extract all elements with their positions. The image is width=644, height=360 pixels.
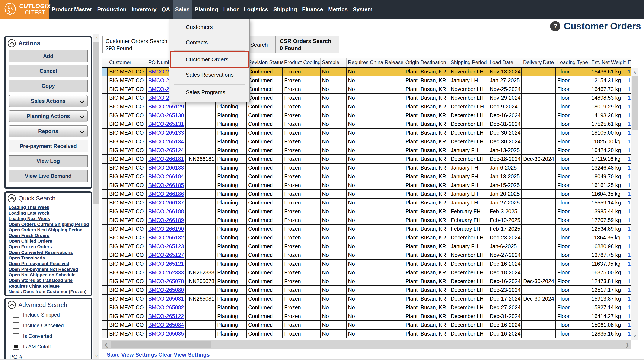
table-row[interactable]: BIG MEAT COBMCO-265081INN265081PlanningC… bbox=[102, 294, 631, 303]
view-log-button[interactable]: View Log bbox=[8, 155, 88, 167]
row-selector[interactable] bbox=[102, 172, 108, 181]
row-selector[interactable] bbox=[102, 120, 108, 129]
sidebar-scrollbar[interactable]: ∧ ∨ bbox=[94, 34, 100, 360]
menu-item-metrics[interactable]: Metrics bbox=[326, 0, 350, 19]
collapse-chevron-icon[interactable] bbox=[8, 39, 16, 47]
menu-item-labor[interactable]: Labor bbox=[221, 0, 241, 19]
quick-search-link-open-orders-current-shipping-period[interactable]: Open Orders Current Shipping Period bbox=[8, 222, 91, 227]
pre-payment-received-button[interactable]: Pre-payment Received bbox=[8, 140, 88, 152]
table-row[interactable]: BIG MEAT COBMCO-265124PlanningConfirmedF… bbox=[102, 146, 631, 155]
row-selector[interactable] bbox=[102, 137, 108, 146]
row-selector[interactable] bbox=[102, 286, 108, 294]
column-header-delivery-date[interactable]: Delivery Date bbox=[522, 58, 556, 67]
table-row[interactable]: BIG MEAT COBMCO-265082PlanningConfirmedF… bbox=[102, 303, 631, 312]
collapse-chevron-icon[interactable] bbox=[8, 301, 16, 309]
table-row[interactable]: BIG MEAT COBMCO-266186PlanningConfirmedF… bbox=[102, 189, 631, 198]
row-selector[interactable] bbox=[102, 303, 108, 312]
scroll-down-icon[interactable]: ∨ bbox=[94, 352, 100, 360]
sales-menu-item-customers[interactable]: Customers bbox=[169, 22, 250, 32]
table-row[interactable]: BIG MEAT COBMCO-265131PlanningConfirmedF… bbox=[102, 120, 631, 129]
menu-item-sales[interactable]: Sales bbox=[173, 0, 192, 19]
quick-search-link-open-not-shipped-on-schedule[interactable]: Open Not Shipped on Schedule bbox=[8, 272, 91, 277]
cell-po-number[interactable]: BMCO-266184 bbox=[146, 172, 186, 181]
column-header-selector[interactable] bbox=[102, 58, 108, 67]
row-selector[interactable] bbox=[102, 76, 108, 85]
quick-search-link-loading-last-week[interactable]: Loading Last Week bbox=[8, 211, 91, 215]
view-live-demand-button[interactable]: View Live Demand bbox=[8, 170, 88, 182]
table-row[interactable]: BIG MEAT COBMCO-266183PlanningConfirmedF… bbox=[102, 163, 631, 172]
quick-search-link-open-converted-reservations[interactable]: Open Converted Reservations bbox=[8, 250, 91, 255]
quick-search-link-loading-this-week[interactable]: Loading This Week bbox=[8, 205, 91, 210]
cell-po-number[interactable]: BMCO-265082 bbox=[146, 303, 186, 312]
column-header-e[interactable]: E bbox=[626, 58, 631, 67]
table-row[interactable]: BIG MEAT COBMCO-265134PlanningConfirmedF… bbox=[102, 137, 631, 146]
row-selector[interactable] bbox=[102, 155, 108, 163]
cell-po-number[interactable]: BMCO-265129 bbox=[146, 102, 186, 111]
table-row[interactable]: BIG MEAT COBMCO-265084PlanningConfirmedF… bbox=[102, 321, 631, 329]
sales-actions-dropdown-button[interactable]: Sales Actions bbox=[8, 95, 88, 107]
table-row[interactable]: BIG MEAT COBMCO-265130PlanningConfirmedF… bbox=[102, 111, 631, 120]
table-row[interactable]: BIG MEAT COBMCO-265080PlanningConfirmedF… bbox=[102, 286, 631, 294]
cell-po-number[interactable]: BMCO-265133 bbox=[146, 129, 186, 137]
horizontal-scrollbar[interactable]: ❮ ❯ bbox=[102, 341, 631, 349]
help-icon[interactable]: ? bbox=[550, 21, 560, 31]
table-row[interactable]: BIG MEAT COBMCO-265078INN265078PlanningC… bbox=[102, 277, 631, 286]
vertical-scrollbar[interactable]: ∧ ∨ bbox=[631, 68, 638, 341]
cell-po-number[interactable]: BMCO-265123 bbox=[146, 242, 186, 251]
table-row[interactable]: BIG MEAT COBMCO-266182PlanningConfirmedF… bbox=[102, 233, 631, 242]
column-header-revision-status[interactable]: Revision Status bbox=[246, 58, 282, 67]
column-header-destination[interactable]: Destination bbox=[419, 58, 449, 67]
row-selector[interactable] bbox=[102, 189, 108, 198]
cell-po-number[interactable]: BMCO-266186 bbox=[146, 189, 186, 198]
menu-item-inventory[interactable]: Inventory bbox=[129, 0, 159, 19]
table-row[interactable]: BIG MEAT COBMCO-266188PlanningConfirmedF… bbox=[102, 207, 631, 216]
menu-item-product-master[interactable]: Product Master bbox=[49, 0, 94, 19]
tab-csr-orders-search[interactable]: CSR Orders Search 0 Found bbox=[276, 36, 339, 53]
planning-actions-dropdown-button[interactable]: Planning Actions bbox=[8, 110, 88, 122]
cell-po-number[interactable]: BMCO-262333 bbox=[146, 268, 186, 277]
sales-menu-item-contacts[interactable]: Contacts bbox=[169, 38, 250, 47]
row-selector[interactable] bbox=[102, 312, 108, 321]
app-logo[interactable]: CUTLOGIX CLTEST bbox=[0, 0, 49, 19]
menu-item-finance[interactable]: Finance bbox=[300, 0, 326, 19]
cell-po-number[interactable]: BMCO-265121 bbox=[146, 259, 186, 268]
row-selector[interactable] bbox=[102, 268, 108, 277]
table-row[interactable]: BIG MEAT COBMCO-266181INN266181PlanningC… bbox=[102, 155, 631, 163]
copy-button[interactable]: Copy bbox=[8, 80, 88, 92]
collapse-chevron-icon[interactable] bbox=[8, 194, 16, 202]
table-row[interactable]: BIG MEAT COBMCO-266184PlanningConfirmedF… bbox=[102, 172, 631, 181]
scroll-up-icon[interactable]: ∧ bbox=[94, 34, 100, 41]
menu-item-planning[interactable]: Planning bbox=[192, 0, 221, 19]
row-selector[interactable] bbox=[102, 146, 108, 155]
cell-po-number[interactable]: BMCO-265081 bbox=[146, 294, 186, 303]
row-selector[interactable] bbox=[102, 277, 108, 286]
row-selector[interactable] bbox=[102, 224, 108, 233]
cell-po-number[interactable]: BMCO-265085 bbox=[146, 329, 186, 338]
table-row[interactable]: BIG MEAT COBMCO-265127PlanningConfirmedF… bbox=[102, 251, 631, 259]
add-button[interactable]: Add bbox=[8, 50, 88, 62]
table-row[interactable]: BIG MEAT COBMCO-262333INN262333PlanningC… bbox=[102, 268, 631, 277]
table-row[interactable]: BIG MEAT COBMCO-266189PlanningConfirmedF… bbox=[102, 216, 631, 224]
cell-po-number[interactable]: BMCO-265134 bbox=[146, 137, 186, 146]
tab-customer-orders-search[interactable]: Customer Orders Search 293 Found bbox=[102, 36, 169, 53]
quick-search-link-open-transloads[interactable]: Open Transloads bbox=[8, 256, 91, 260]
column-header-customer[interactable]: Customer bbox=[108, 58, 146, 67]
column-header-product-cooling[interactable]: Product Cooling bbox=[282, 58, 320, 67]
row-selector[interactable] bbox=[102, 216, 108, 224]
row-selector[interactable] bbox=[102, 163, 108, 172]
quick-search-link-open-fresh-orders[interactable]: Open Fresh Orders bbox=[8, 233, 91, 238]
cell-po-number[interactable]: BMCO-266187 bbox=[146, 198, 186, 207]
row-selector[interactable] bbox=[102, 242, 108, 251]
column-header-shipping-period[interactable]: Shipping Period bbox=[449, 58, 488, 67]
table-row[interactable]: BIG MEAT COBMCO-265085PlanningConfirmedF… bbox=[102, 329, 631, 338]
table-row[interactable]: BIG MEAT COBMCO-266185PlanningConfirmedF… bbox=[102, 181, 631, 189]
clear-view-settings-link[interactable]: Clear View Settings bbox=[158, 352, 210, 358]
menu-item-qa[interactable]: QA bbox=[159, 0, 173, 19]
include-cancelled-checkbox[interactable] bbox=[13, 322, 19, 329]
cell-po-number[interactable]: BMCO-265130 bbox=[146, 111, 186, 120]
table-row[interactable]: BIG MEAT COBMCO-266190PlanningConfirmedF… bbox=[102, 224, 631, 233]
cell-po-number[interactable]: BMCO-266185 bbox=[146, 181, 186, 189]
row-selector[interactable] bbox=[102, 85, 108, 94]
row-selector[interactable] bbox=[102, 67, 108, 76]
row-selector[interactable] bbox=[102, 198, 108, 207]
